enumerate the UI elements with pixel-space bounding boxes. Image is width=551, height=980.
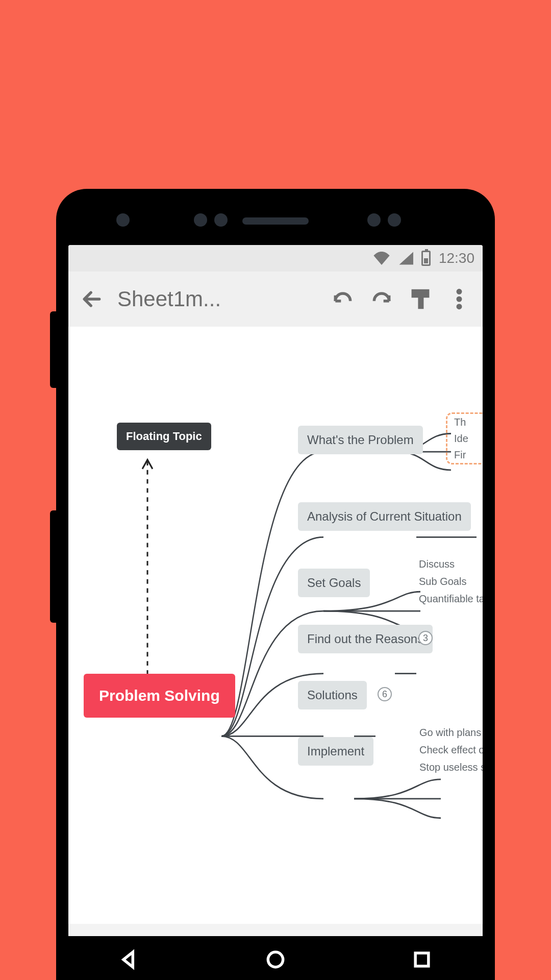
redo-button[interactable] <box>368 286 395 312</box>
mindmap-canvas[interactable]: Floating Topic Problem Solving What's th… <box>68 327 483 924</box>
phone-frame: 12:30 Sheet1m... <box>56 189 495 980</box>
svg-rect-19 <box>415 953 429 966</box>
status-time: 12:30 <box>439 250 474 266</box>
subtopic-text[interactable]: Fir <box>454 449 466 461</box>
svg-rect-1 <box>418 297 423 308</box>
branch-node-4[interactable]: Find out the Reasons <box>298 625 433 653</box>
document-title: Sheet1m... <box>117 287 317 311</box>
android-nav-bar <box>56 936 495 980</box>
app-toolbar: Sheet1m... <box>68 272 483 327</box>
subtopic-text[interactable]: Quantifiable targe <box>419 593 483 605</box>
nav-home-button[interactable] <box>264 948 287 973</box>
undo-button[interactable] <box>330 286 356 312</box>
format-button[interactable] <box>407 286 434 312</box>
status-bar: 12:30 <box>68 245 483 272</box>
branch-node-6[interactable]: Implement <box>298 737 373 766</box>
svg-rect-0 <box>412 290 429 298</box>
floating-topic-node[interactable]: Floating Topic <box>117 423 211 450</box>
subtopic-text[interactable]: Check effect of <box>419 744 483 756</box>
subtopic-text[interactable]: Go with plans <box>419 727 481 739</box>
battery-icon <box>421 251 431 266</box>
branch-node-1[interactable]: What's the Problem <box>298 426 423 454</box>
phone-sensor <box>194 213 207 227</box>
phone-sensor <box>116 213 130 227</box>
more-menu-button[interactable] <box>446 286 472 312</box>
back-button[interactable] <box>79 286 105 312</box>
branch-node-3[interactable]: Set Goals <box>298 569 370 597</box>
subtopic-text[interactable]: Ide <box>454 433 468 445</box>
nav-recent-button[interactable] <box>411 948 433 973</box>
svg-point-18 <box>268 952 283 967</box>
branch-node-5[interactable]: Solutions <box>298 681 367 709</box>
svg-point-3 <box>457 297 461 301</box>
nav-back-button[interactable] <box>118 948 140 973</box>
count-badge[interactable]: 6 <box>378 687 392 701</box>
svg-point-4 <box>457 304 461 309</box>
screen: 12:30 Sheet1m... <box>68 245 483 980</box>
svg-point-2 <box>457 289 461 294</box>
signal-icon <box>398 252 413 265</box>
phone-sensor <box>388 213 401 227</box>
phone-sensor <box>367 213 381 227</box>
branch-node-2[interactable]: Analysis of Current Situation <box>298 502 471 531</box>
subtopic-text[interactable]: Th <box>454 416 466 428</box>
root-node[interactable]: Problem Solving <box>84 674 235 718</box>
subtopic-text[interactable]: Stop useless so <box>419 762 483 773</box>
wifi-icon <box>373 252 390 265</box>
subtopic-text[interactable]: Discuss <box>419 558 455 570</box>
subtopic-text[interactable]: Sub Goals <box>419 576 466 587</box>
count-badge[interactable]: 3 <box>418 631 433 645</box>
phone-speaker <box>242 217 309 225</box>
phone-sensor <box>214 213 228 227</box>
